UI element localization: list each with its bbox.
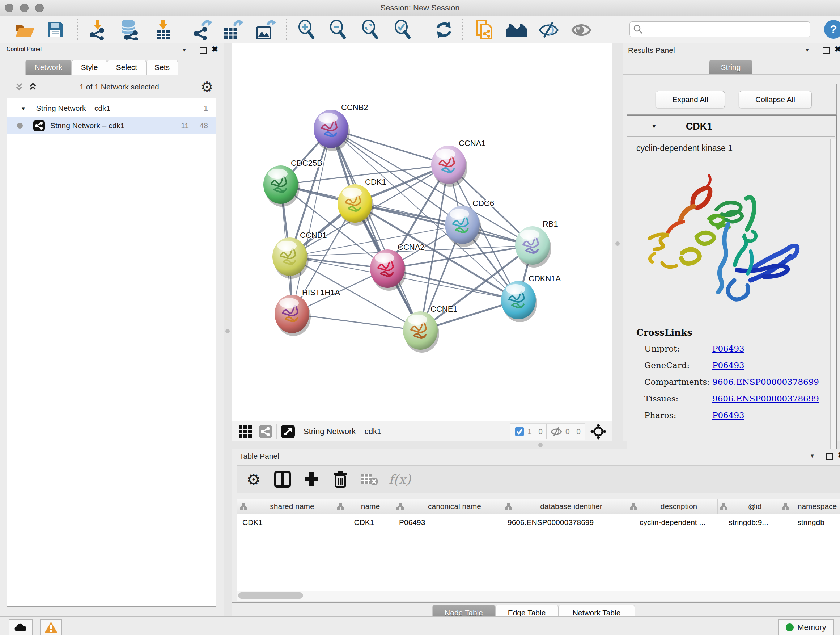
results-panel-close-icon[interactable]: ✖ — [835, 45, 840, 54]
network-node-CCNB2[interactable]: CCNB2 — [314, 103, 368, 151]
network-share-icon[interactable] — [258, 424, 273, 439]
table-panel-collapse-icon[interactable]: ▼ — [810, 453, 815, 459]
show-glass-button[interactable] — [570, 19, 592, 40]
zoom-fit-button[interactable] — [360, 19, 382, 40]
collapse-all-button[interactable]: Collapse All — [739, 91, 812, 108]
add-column-icon[interactable] — [301, 469, 322, 489]
edge-CCNB2-CCNE1[interactable] — [331, 129, 420, 331]
horizontal-splitter-handle[interactable] — [538, 443, 543, 447]
edge-count: 48 — [200, 121, 208, 130]
edge-CCNB2-HIST1H1A[interactable] — [292, 129, 331, 314]
control-panel-close-icon[interactable]: ✖ — [212, 45, 218, 54]
column-type-icon — [505, 503, 513, 510]
show-columns-icon[interactable] — [272, 469, 293, 489]
control-panel-collapse-icon[interactable]: ▼ — [182, 47, 187, 53]
network-node-RB1[interactable]: RB1 — [515, 219, 558, 268]
fit-content-crosshair-icon[interactable] — [591, 424, 606, 440]
export-table-button[interactable] — [221, 19, 244, 40]
hide-glass-button[interactable] — [538, 19, 560, 40]
zoom-selected-button[interactable] — [392, 19, 415, 40]
network-collection-row[interactable]: ▼ String Network – cdk1 1 — [7, 100, 216, 117]
export-image-button[interactable] — [254, 19, 276, 40]
tab-network[interactable]: Network — [25, 60, 72, 74]
save-session-button[interactable] — [44, 19, 66, 40]
table-cell[interactable]: stringdb — [779, 515, 840, 530]
entry-header[interactable]: ▼ CDK1 — [627, 116, 835, 137]
tab-style[interactable]: Style — [72, 60, 107, 74]
crosslink-value-link[interactable]: 9606.ENSP00000378699 — [712, 377, 819, 394]
edge-HIST1H1A-CCNE1[interactable] — [292, 314, 420, 331]
column-header-canonical-name[interactable]: canonical name — [394, 499, 502, 515]
network-node-HIST1H1A[interactable]: HIST1H1A — [275, 288, 340, 336]
results-panel-collapse-icon[interactable]: ▼ — [805, 47, 810, 53]
grid-view-icon[interactable] — [238, 424, 253, 439]
memory-button[interactable]: Memory — [778, 619, 834, 635]
crosslink-value-link[interactable]: P06493 — [712, 344, 745, 361]
entry-collapse-icon[interactable]: ▼ — [651, 123, 657, 130]
results-scrollbar[interactable] — [830, 139, 836, 456]
open-session-button[interactable] — [14, 19, 36, 40]
search-field[interactable] — [630, 21, 810, 37]
zoom-in-button[interactable] — [296, 19, 318, 40]
string-home-button[interactable] — [506, 19, 528, 40]
hidden-eye-slash-icon[interactable] — [550, 426, 562, 437]
search-input[interactable] — [646, 25, 806, 34]
table-cell[interactable]: CDK1 — [334, 515, 394, 530]
crosslink-value-link[interactable]: 9606.ENSP00000378699 — [712, 394, 819, 410]
tree-expand-icon[interactable]: ▼ — [21, 105, 26, 111]
left-splitter-handle[interactable] — [225, 329, 230, 333]
selected-checkbox-icon[interactable] — [515, 426, 524, 437]
node-table[interactable]: shared nameCDK1nameCDK1canonical nameP06… — [237, 499, 840, 592]
network-node-CDKN1A[interactable]: CDKN1A — [501, 274, 561, 322]
tab-sets[interactable]: Sets — [146, 60, 178, 74]
tab-select[interactable]: Select — [107, 60, 146, 74]
table-gear-icon[interactable]: ⚙ — [243, 469, 264, 489]
import-network-database-button[interactable] — [118, 19, 141, 40]
network-view-canvas[interactable]: CCNB2CCNA1CDC25BCDK1CDC6RB1CCNB1CCNA2CDK… — [232, 43, 612, 421]
import-network-file-button[interactable] — [87, 19, 109, 40]
table-cell[interactable]: stringdb:9... — [718, 515, 779, 530]
edge-CDK1-RB1[interactable] — [355, 203, 532, 245]
table-panel-close-icon[interactable]: ✖ — [838, 451, 840, 459]
birds-eye-view-icon[interactable] — [280, 424, 295, 439]
expand-all-chevron-icon[interactable] — [27, 81, 38, 92]
gear-icon[interactable]: ⚙ — [201, 80, 213, 94]
cloud-status-button[interactable] — [9, 619, 33, 635]
column-header-shared-name[interactable]: shared name — [237, 499, 334, 515]
control-panel-float-icon[interactable] — [200, 47, 207, 55]
table-cell[interactable]: cyclin-dependent ... — [627, 515, 718, 530]
help-button[interactable]: ? — [824, 20, 840, 39]
delete-table-icon[interactable] — [359, 469, 380, 489]
collapse-all-chevron-icon[interactable] — [14, 81, 25, 92]
network-node-CCNB1[interactable]: CCNB1 — [272, 231, 327, 279]
clone-network-button[interactable] — [473, 19, 496, 40]
warning-status-button[interactable] — [40, 619, 62, 635]
crosslink-value-link[interactable]: P06493 — [712, 410, 745, 427]
expand-all-button[interactable]: Expand All — [655, 91, 725, 108]
left-splitter[interactable] — [224, 43, 232, 616]
network-row[interactable]: String Network – cdk1 11 48 — [7, 117, 216, 134]
table-cell[interactable]: 9606.ENSP00000378699 — [502, 515, 627, 530]
column-header-database-identifier[interactable]: database identifier — [502, 499, 627, 515]
network-node-CCNA1[interactable]: CCNA1 — [431, 139, 486, 187]
column-header-namespace[interactable]: namespace — [779, 499, 840, 515]
column-header--id[interactable]: @id — [718, 499, 779, 515]
table-panel-float-icon[interactable] — [826, 453, 833, 461]
right-splitter-handle[interactable] — [615, 241, 620, 246]
crosslink-value-link[interactable]: P06493 — [712, 361, 745, 377]
import-table-file-button[interactable] — [152, 19, 174, 40]
column-header-name[interactable]: name — [334, 499, 394, 515]
entry-description: cyclin-dependent kinase 1 — [636, 143, 733, 153]
import-table-icon — [154, 19, 172, 40]
refresh-button[interactable] — [433, 19, 455, 40]
zoom-out-button[interactable] — [327, 19, 350, 40]
right-splitter[interactable] — [612, 43, 623, 441]
tab-string[interactable]: String — [709, 60, 752, 74]
table-cell[interactable]: CDK1 — [237, 515, 334, 530]
delete-column-icon[interactable] — [330, 469, 351, 489]
table-cell[interactable]: P06493 — [394, 515, 502, 530]
export-network-button[interactable] — [191, 19, 213, 40]
function-builder-icon[interactable]: f(x) — [389, 469, 410, 489]
column-header-description[interactable]: description — [627, 499, 718, 515]
results-panel-float-icon[interactable] — [823, 47, 829, 55]
